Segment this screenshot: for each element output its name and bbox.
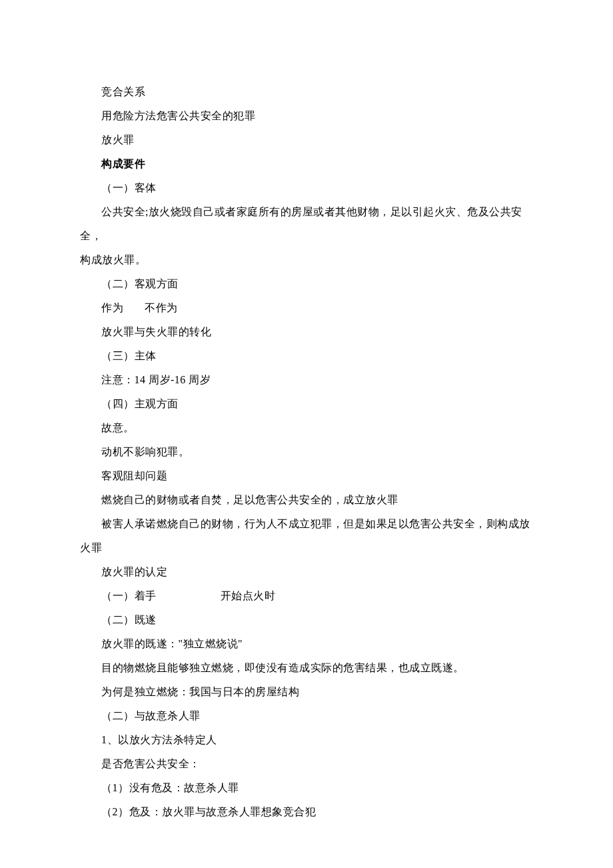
text-line: （二）既遂 [80,608,533,632]
text-line: 燃烧自己的财物或者自焚，足以危害公共安全的，成立放火罪 [80,488,533,512]
text-line: （二）客观方面 [80,272,533,296]
text-line: 注意：14 周岁-16 周岁 [80,368,533,392]
text-line: 放火罪的认定 [80,560,533,584]
text-line: （2）危及：放火罪与故意杀人罪想象竞合犯 [80,800,533,824]
text-line: 放火罪 [80,128,533,152]
document-page: 竞合关系用危险方法危害公共安全的犯罪放火罪构成要件（一）客体公共安全;放火烧毁自… [0,0,613,864]
text-line: （1）没有危及：故意杀人罪 [80,776,533,800]
text-line: （一）客体 [80,176,533,200]
text-line: 目的物燃烧且能够独立燃烧，即使没有造成实际的危害结果，也成立既遂。 [80,656,533,680]
text-line: （三）主体 [80,344,533,368]
text-line: 客观阻却问题 [80,464,533,488]
text-line: 动机不影响犯罪。 [80,440,533,464]
text-line: 放火罪的既遂："独立燃烧说" [80,632,533,656]
document-body: 竞合关系用危险方法危害公共安全的犯罪放火罪构成要件（一）客体公共安全;放火烧毁自… [80,80,533,824]
text-line: 被害人承诺燃烧自己的财物，行为人不成立犯罪，但是如果足以危害公共安全，则构成放 [80,512,533,536]
text-line: （四）主观方面 [80,392,533,416]
text-line: 为何是独立燃烧：我国与日本的房屋结构 [80,680,533,704]
text-line: 用危险方法危害公共安全的犯罪 [80,104,533,128]
text-line: 火罪 [80,536,533,560]
text-segment: 开始点火时 [221,590,276,601]
text-line: 故意。 [80,416,533,440]
text-line: 公共安全;放火烧毁自己或者家庭所有的房屋或者其他财物，足以引起火灾、危及公共安全… [80,200,533,248]
text-segment: 不作为 [145,302,178,313]
text-line: 构成要件 [80,152,533,176]
text-line: （二）与故意杀人罪 [80,704,533,728]
text-line: 作为不作为 [80,296,533,320]
text-segment: （一）着手 [101,590,157,601]
text-line: （一）着手开始点火时 [80,584,533,608]
text-line: 放火罪与失火罪的转化 [80,320,533,344]
text-line: 构成放火罪。 [80,248,533,272]
text-line: 是否危害公共安全： [80,752,533,776]
text-line: 1、以放火方法杀特定人 [80,728,533,752]
text-segment: 作为 [101,302,123,313]
text-line: 竞合关系 [80,80,533,104]
